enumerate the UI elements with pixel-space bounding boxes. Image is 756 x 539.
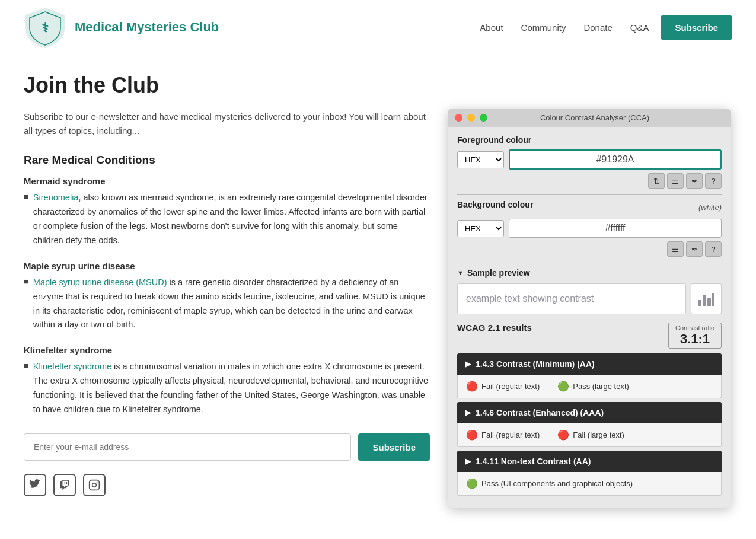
wcag-aa-result-text-1: Pass (large text)	[573, 382, 629, 391]
fail-icon-aa-regular: 🔴	[466, 381, 478, 392]
contrast-ratio-value: 3.1:1	[675, 331, 715, 347]
wcag-aaa-label: 1.4.6 Contrast (Enhanced) (AAA)	[476, 408, 604, 417]
nav-donate[interactable]: Donate	[578, 19, 618, 36]
condition-klinefelter: Klinefelter syndrome ■ Klinefelter syndr…	[24, 345, 430, 417]
wcag-accordion-nontext: ▶ 1.4.11 Non-text Contrast (AA) 🟢 Pass (…	[457, 451, 722, 496]
instagram-icon[interactable]	[83, 474, 106, 496]
wcag-header: WCAG 2.1 results Contrast ratio 3.1:1	[457, 323, 722, 349]
bg-hex-input[interactable]	[509, 219, 722, 238]
twitch-icon[interactable]	[53, 474, 76, 496]
bg-white-label: (white)	[698, 203, 722, 212]
condition-text-mermaid: Sirenomelia, also known as mermaid syndr…	[33, 191, 430, 248]
condition-item-klinefelter: ■ Klinefelter syndrome is a chromosomal …	[24, 360, 430, 417]
pass-icon-aa-large: 🟢	[557, 381, 569, 392]
svg-rect-4	[698, 300, 701, 306]
wcag-aaa-header[interactable]: ▶ 1.4.6 Contrast (Enhanced) (AAA)	[457, 402, 722, 423]
bullet-klinefelter: ■	[24, 361, 28, 417]
titlebar-close-btn[interactable]	[455, 114, 462, 122]
cca-divider-2	[457, 263, 722, 263]
site-title: Medical Mysteries Club	[75, 20, 219, 35]
wcag-aa-label: 1.4.3 Contrast (Minimum) (AA)	[476, 359, 595, 369]
condition-name-mermaid: Mermaid syndrome	[24, 176, 430, 186]
wcag-nontext-result-text-0: Pass (UI components and graphical object…	[481, 479, 633, 488]
bullet-mermaid: ■	[24, 192, 28, 248]
twitter-icon[interactable]	[24, 474, 46, 496]
fail-icon-aaa-large: 🔴	[557, 429, 569, 441]
sample-preview-header: ▼ Sample preview	[457, 268, 722, 278]
main-container: Join the Club Subscribe to our e-newslet…	[0, 55, 756, 525]
bg-picker-btn[interactable]: ✒	[686, 241, 703, 257]
fg-swap-btn[interactable]: ⇅	[648, 173, 665, 189]
wcag-aa-header[interactable]: ▶ 1.4.3 Contrast (Minimum) (AA)	[457, 353, 722, 375]
site-logo: ⚕	[24, 6, 66, 49]
bg-sliders-btn[interactable]: ⚌	[667, 241, 684, 257]
condition-name-maple: Maple syrup urine disease	[24, 261, 430, 271]
bar-chart-icon	[697, 289, 716, 308]
preview-row: example text showing contrast	[457, 283, 722, 314]
main-nav: About Community Donate Q&A Subscribe	[474, 15, 732, 40]
wcag-accordion-aa: ▶ 1.4.3 Contrast (Minimum) (AA) 🔴 Fail (…	[457, 353, 722, 398]
fg-format-select[interactable]: HEX	[457, 151, 504, 168]
cca-titlebar: Colour Contrast Analyser (CCA)	[448, 109, 731, 127]
fg-row: HEX	[457, 149, 722, 170]
play-icon-aa: ▶	[465, 360, 471, 368]
contrast-ratio-box: Contrast ratio 3.1:1	[668, 323, 722, 349]
header-subscribe-button[interactable]: Subscribe	[661, 15, 732, 40]
subscribe-form-button[interactable]: Subscribe	[358, 433, 430, 461]
preview-text: example text showing contrast	[457, 283, 686, 314]
nav-about[interactable]: About	[474, 19, 509, 36]
cca-divider-1	[457, 194, 722, 195]
nav-community[interactable]: Community	[515, 19, 572, 36]
fail-icon-aaa-regular: 🔴	[466, 429, 478, 441]
fg-hex-input[interactable]	[509, 149, 722, 170]
wcag-aaa-result-text-0: Fail (regular text)	[481, 430, 540, 439]
intro-text: Subscribe to our e-newsletter and have m…	[24, 110, 430, 138]
condition-item-maple: ■ Maple syrup urine disease (MSUD) is a …	[24, 276, 430, 333]
svg-point-2	[92, 483, 97, 487]
nav-qa[interactable]: Q&A	[624, 19, 655, 36]
wcag-aa-result-text-0: Fail (regular text)	[481, 382, 540, 391]
wcag-nontext-header[interactable]: ▶ 1.4.11 Non-text Contrast (AA)	[457, 451, 722, 472]
condition-maple: Maple syrup urine disease ■ Maple syrup …	[24, 261, 430, 333]
svg-rect-7	[712, 293, 714, 306]
bg-row: HEX	[457, 219, 722, 238]
condition-item-mermaid: ■ Sirenomelia, also known as mermaid syn…	[24, 191, 430, 248]
bg-header: Background colour (white)	[457, 200, 722, 214]
condition-link-klinefelter[interactable]: Klinefelter syndrome	[33, 362, 111, 371]
condition-name-klinefelter: Klinefelter syndrome	[24, 345, 430, 355]
pass-icon-nontext: 🟢	[466, 478, 478, 489]
fg-help-btn[interactable]: ?	[705, 173, 722, 189]
fg-picker-btn[interactable]: ✒	[686, 173, 703, 189]
cca-body: Foreground colour HEX ⇅ ⚌ ✒ ? Background	[448, 127, 731, 508]
sample-triangle-icon: ▼	[457, 269, 464, 276]
condition-link-maple[interactable]: Maple syrup urine disease (MSUD)	[33, 278, 167, 287]
wcag-aaa-result-text-1: Fail (large text)	[573, 430, 624, 439]
svg-rect-6	[707, 298, 711, 306]
site-header: ⚕ Medical Mysteries Club About Community…	[0, 0, 756, 55]
play-icon-nontext: ▶	[465, 457, 471, 465]
wcag-aa-body: 🔴 Fail (regular text) 🟢 Pass (large text…	[457, 375, 722, 398]
svg-point-3	[97, 482, 98, 483]
bg-help-btn[interactable]: ?	[705, 241, 722, 257]
wcag-nontext-label: 1.4.11 Non-text Contrast (AA)	[476, 457, 591, 466]
wcag-aa-result-0: 🔴 Fail (regular text)	[466, 381, 540, 392]
contrast-ratio-label: Contrast ratio	[675, 324, 715, 331]
svg-rect-5	[703, 295, 706, 306]
subscribe-form: Subscribe	[24, 433, 430, 461]
wcag-accordion-aaa: ▶ 1.4.6 Contrast (Enhanced) (AAA) 🔴 Fail…	[457, 402, 722, 447]
bullet-maple: ■	[24, 277, 28, 333]
wcag-aaa-result-1: 🔴 Fail (large text)	[557, 429, 624, 441]
cca-title: Colour Contrast Analyser (CCA)	[465, 113, 724, 122]
condition-text-maple: Maple syrup urine disease (MSUD) is a ra…	[33, 276, 430, 333]
cca-panel-area: Colour Contrast Analyser (CCA) Foregroun…	[448, 109, 732, 508]
logo-area: ⚕ Medical Mysteries Club	[24, 6, 219, 49]
fg-sliders-btn[interactable]: ⚌	[667, 173, 684, 189]
bg-format-select[interactable]: HEX	[457, 220, 504, 237]
condition-text-klinefelter: Klinefelter syndrome is a chromosomal va…	[33, 360, 430, 417]
section-heading: Rare Medical Conditions	[24, 154, 430, 167]
email-input[interactable]	[24, 433, 351, 461]
wcag-aa-result-1: 🟢 Pass (large text)	[557, 381, 629, 392]
fg-tools: ⇅ ⚌ ✒ ?	[457, 173, 722, 189]
wcag-title: WCAG 2.1 results	[457, 323, 532, 333]
condition-link-mermaid[interactable]: Sirenomelia	[33, 193, 79, 202]
